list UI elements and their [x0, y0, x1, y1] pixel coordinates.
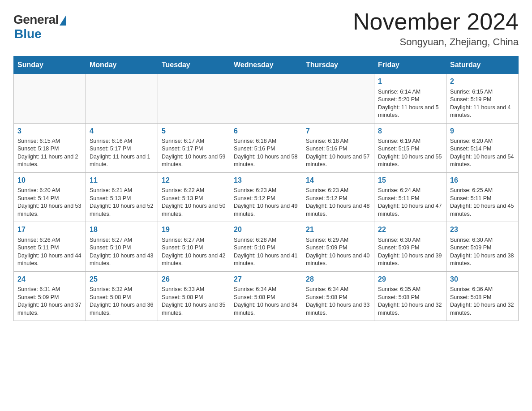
day-number: 1 — [378, 77, 442, 86]
day-info: Sunrise: 6:18 AMSunset: 5:16 PMDaylight:… — [234, 137, 298, 169]
table-row: 4Sunrise: 6:16 AMSunset: 5:17 PMDaylight… — [86, 123, 158, 172]
day-info: Sunrise: 6:34 AMSunset: 5:08 PMDaylight:… — [306, 286, 370, 317]
day-info: Sunrise: 6:31 AMSunset: 5:09 PMDaylight:… — [17, 286, 82, 317]
weekday-header-row: SundayMondayTuesdayWednesdayThursdayFrid… — [14, 56, 519, 74]
logo: General Blue — [13, 9, 66, 41]
weekday-header-tuesday: Tuesday — [158, 56, 230, 74]
calendar-week-1: 1Sunrise: 6:14 AMSunset: 5:20 PMDaylight… — [14, 74, 519, 123]
day-info: Sunrise: 6:29 AMSunset: 5:09 PMDaylight:… — [306, 236, 370, 268]
table-row: 2Sunrise: 6:15 AMSunset: 5:19 PMDaylight… — [446, 74, 519, 123]
table-row: 7Sunrise: 6:18 AMSunset: 5:16 PMDaylight… — [302, 123, 374, 172]
day-info: Sunrise: 6:33 AMSunset: 5:08 PMDaylight:… — [162, 286, 226, 317]
day-number: 18 — [90, 225, 154, 235]
day-info: Sunrise: 6:22 AMSunset: 5:13 PMDaylight:… — [162, 187, 226, 218]
table-row: 6Sunrise: 6:18 AMSunset: 5:16 PMDaylight… — [230, 123, 302, 172]
day-number: 14 — [306, 176, 370, 185]
calendar-week-5: 24Sunrise: 6:31 AMSunset: 5:09 PMDayligh… — [14, 271, 519, 321]
weekday-header-monday: Monday — [86, 56, 158, 74]
day-info: Sunrise: 6:16 AMSunset: 5:17 PMDaylight:… — [90, 137, 154, 169]
table-row: 11Sunrise: 6:21 AMSunset: 5:13 PMDayligh… — [86, 172, 158, 222]
table-row: 28Sunrise: 6:34 AMSunset: 5:08 PMDayligh… — [302, 271, 374, 321]
table-row: 25Sunrise: 6:32 AMSunset: 5:08 PMDayligh… — [86, 271, 158, 321]
day-info: Sunrise: 6:25 AMSunset: 5:11 PMDaylight:… — [450, 187, 515, 218]
day-number: 2 — [450, 77, 515, 86]
table-row — [158, 74, 230, 123]
day-number: 27 — [234, 274, 298, 284]
location-subtitle: Songyuan, Zhejiang, China — [353, 36, 519, 48]
day-number: 26 — [162, 274, 226, 284]
table-row: 12Sunrise: 6:22 AMSunset: 5:13 PMDayligh… — [158, 172, 230, 222]
calendar-week-3: 10Sunrise: 6:20 AMSunset: 5:14 PMDayligh… — [14, 172, 519, 222]
day-info: Sunrise: 6:20 AMSunset: 5:14 PMDaylight:… — [450, 137, 515, 169]
day-info: Sunrise: 6:14 AMSunset: 5:20 PMDaylight:… — [378, 88, 442, 120]
table-row: 27Sunrise: 6:34 AMSunset: 5:08 PMDayligh… — [230, 271, 302, 321]
calendar-week-4: 17Sunrise: 6:26 AMSunset: 5:11 PMDayligh… — [14, 222, 519, 271]
day-number: 21 — [306, 225, 370, 235]
day-info: Sunrise: 6:18 AMSunset: 5:16 PMDaylight:… — [306, 137, 370, 169]
table-row: 3Sunrise: 6:15 AMSunset: 5:18 PMDaylight… — [14, 123, 86, 172]
table-row — [230, 74, 302, 123]
day-info: Sunrise: 6:17 AMSunset: 5:17 PMDaylight:… — [162, 137, 226, 169]
day-number: 20 — [234, 225, 298, 235]
table-row: 14Sunrise: 6:23 AMSunset: 5:12 PMDayligh… — [302, 172, 374, 222]
day-info: Sunrise: 6:23 AMSunset: 5:12 PMDaylight:… — [234, 187, 298, 218]
table-row: 16Sunrise: 6:25 AMSunset: 5:11 PMDayligh… — [446, 172, 519, 222]
day-number: 30 — [450, 274, 515, 284]
calendar-body: 1Sunrise: 6:14 AMSunset: 5:20 PMDaylight… — [14, 74, 519, 321]
day-info: Sunrise: 6:19 AMSunset: 5:15 PMDaylight:… — [378, 137, 442, 169]
weekday-header-thursday: Thursday — [302, 56, 374, 74]
table-row: 23Sunrise: 6:30 AMSunset: 5:09 PMDayligh… — [446, 222, 519, 271]
table-row: 9Sunrise: 6:20 AMSunset: 5:14 PMDaylight… — [446, 123, 519, 172]
day-number: 11 — [90, 176, 154, 185]
table-row: 5Sunrise: 6:17 AMSunset: 5:17 PMDaylight… — [158, 123, 230, 172]
day-number: 4 — [90, 126, 154, 136]
day-info: Sunrise: 6:15 AMSunset: 5:19 PMDaylight:… — [450, 88, 515, 120]
table-row: 17Sunrise: 6:26 AMSunset: 5:11 PMDayligh… — [14, 222, 86, 271]
day-number: 16 — [450, 176, 515, 185]
day-number: 29 — [378, 274, 442, 284]
table-row: 26Sunrise: 6:33 AMSunset: 5:08 PMDayligh… — [158, 271, 230, 321]
day-info: Sunrise: 6:32 AMSunset: 5:08 PMDaylight:… — [90, 286, 154, 317]
day-info: Sunrise: 6:26 AMSunset: 5:11 PMDaylight:… — [17, 236, 82, 268]
weekday-header-saturday: Saturday — [446, 56, 519, 74]
table-row: 13Sunrise: 6:23 AMSunset: 5:12 PMDayligh… — [230, 172, 302, 222]
weekday-header-friday: Friday — [374, 56, 446, 74]
logo-general-text: General — [13, 13, 59, 27]
table-row: 30Sunrise: 6:36 AMSunset: 5:08 PMDayligh… — [446, 271, 519, 321]
day-info: Sunrise: 6:34 AMSunset: 5:08 PMDaylight:… — [234, 286, 298, 317]
day-number: 15 — [378, 176, 442, 185]
day-number: 24 — [17, 274, 82, 284]
day-number: 22 — [378, 225, 442, 235]
day-number: 5 — [162, 126, 226, 136]
table-row: 19Sunrise: 6:27 AMSunset: 5:10 PMDayligh… — [158, 222, 230, 271]
day-number: 25 — [90, 274, 154, 284]
table-row: 18Sunrise: 6:27 AMSunset: 5:10 PMDayligh… — [86, 222, 158, 271]
day-number: 7 — [306, 126, 370, 136]
table-row: 24Sunrise: 6:31 AMSunset: 5:09 PMDayligh… — [14, 271, 86, 321]
table-row — [302, 74, 374, 123]
day-info: Sunrise: 6:15 AMSunset: 5:18 PMDaylight:… — [17, 137, 82, 169]
header: General Blue November 2024 Songyuan, Zhe… — [13, 9, 519, 48]
day-number: 23 — [450, 225, 515, 235]
day-info: Sunrise: 6:36 AMSunset: 5:08 PMDaylight:… — [450, 286, 515, 317]
calendar-week-2: 3Sunrise: 6:15 AMSunset: 5:18 PMDaylight… — [14, 123, 519, 172]
day-info: Sunrise: 6:23 AMSunset: 5:12 PMDaylight:… — [306, 187, 370, 218]
calendar-header: SundayMondayTuesdayWednesdayThursdayFrid… — [14, 56, 519, 74]
table-row: 1Sunrise: 6:14 AMSunset: 5:20 PMDaylight… — [374, 74, 446, 123]
day-number: 13 — [234, 176, 298, 185]
day-info: Sunrise: 6:21 AMSunset: 5:13 PMDaylight:… — [90, 187, 154, 218]
table-row — [86, 74, 158, 123]
table-row: 29Sunrise: 6:35 AMSunset: 5:08 PMDayligh… — [374, 271, 446, 321]
logo-triangle-icon — [60, 16, 66, 26]
day-info: Sunrise: 6:24 AMSunset: 5:11 PMDaylight:… — [378, 187, 442, 218]
table-row: 22Sunrise: 6:30 AMSunset: 5:09 PMDayligh… — [374, 222, 446, 271]
logo-blue-text: Blue — [14, 27, 42, 41]
calendar-table: SundayMondayTuesdayWednesdayThursdayFrid… — [13, 56, 519, 321]
table-row: 10Sunrise: 6:20 AMSunset: 5:14 PMDayligh… — [14, 172, 86, 222]
table-row: 21Sunrise: 6:29 AMSunset: 5:09 PMDayligh… — [302, 222, 374, 271]
day-info: Sunrise: 6:35 AMSunset: 5:08 PMDaylight:… — [378, 286, 442, 317]
day-number: 10 — [17, 176, 82, 185]
month-title: November 2024 — [353, 9, 519, 34]
table-row: 8Sunrise: 6:19 AMSunset: 5:15 PMDaylight… — [374, 123, 446, 172]
title-area: November 2024 Songyuan, Zhejiang, China — [353, 9, 519, 48]
